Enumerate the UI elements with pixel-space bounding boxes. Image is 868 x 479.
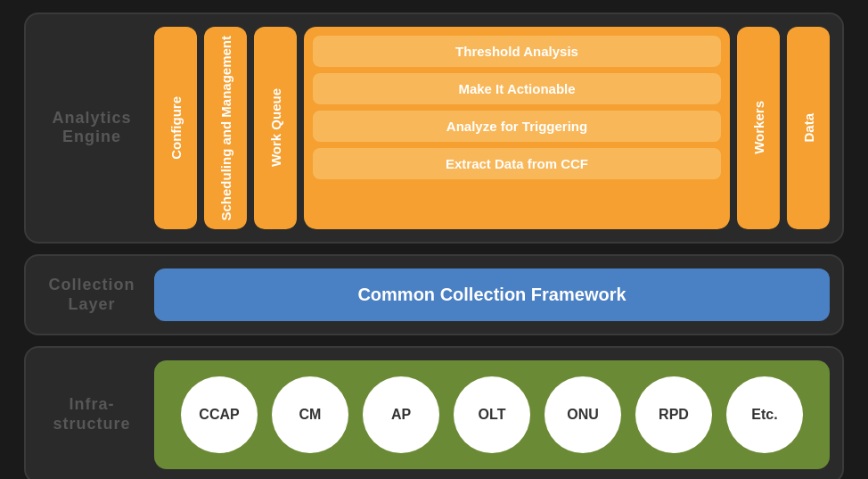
middle-row-label: Collection Layer — [38, 276, 145, 314]
actionable-item: Make It Actionable — [313, 73, 721, 104]
data-pill: Data — [787, 27, 830, 230]
scheduling-label: Scheduling and Management — [218, 36, 233, 221]
configure-pill: Configure — [154, 27, 197, 230]
top-inner: Configure Scheduling and Management Work… — [154, 27, 830, 230]
device-cm: CM — [272, 376, 348, 453]
main-container: Analytics Engine Configure Scheduling an… — [24, 12, 844, 467]
workers-label: Workers — [751, 101, 766, 154]
analysis-group: Threshold Analysis Make It Actionable An… — [304, 27, 730, 230]
top-row-label: Analytics Engine — [38, 109, 145, 147]
configure-label: Configure — [168, 96, 184, 160]
workers-pill: Workers — [737, 27, 780, 230]
work-queue-pill: Work Queue — [254, 27, 297, 230]
triggering-item: Analyze for Triggering — [313, 111, 721, 142]
data-label: Data — [801, 113, 816, 143]
ccf-bar: Common Collection Framework — [154, 268, 830, 321]
bottom-inner: CCAP CM AP OLT ONU RPD Etc. — [154, 360, 830, 469]
middle-row: Collection Layer Common Collection Frame… — [24, 254, 844, 335]
devices-container: CCAP CM AP OLT ONU RPD Etc. — [154, 360, 830, 469]
scheduling-pill: Scheduling and Management — [204, 27, 247, 230]
bottom-row: Infra- structure CCAP CM AP OLT ONU RPD … — [24, 346, 844, 479]
device-olt: OLT — [454, 376, 530, 453]
device-onu: ONU — [545, 376, 621, 453]
device-ccap: CCAP — [181, 376, 258, 453]
device-rpd: RPD — [635, 376, 712, 453]
top-row: Analytics Engine Configure Scheduling an… — [24, 12, 844, 244]
device-ap: AP — [363, 376, 439, 453]
right-pills: Workers Data — [737, 27, 830, 230]
extract-item: Extract Data from CCF — [313, 148, 721, 179]
middle-inner: Common Collection Framework — [154, 268, 830, 321]
work-queue-label: Work Queue — [268, 88, 283, 167]
bottom-row-label: Infra- structure — [38, 395, 145, 434]
threshold-item: Threshold Analysis — [313, 36, 721, 67]
device-etc: Etc. — [726, 376, 803, 453]
